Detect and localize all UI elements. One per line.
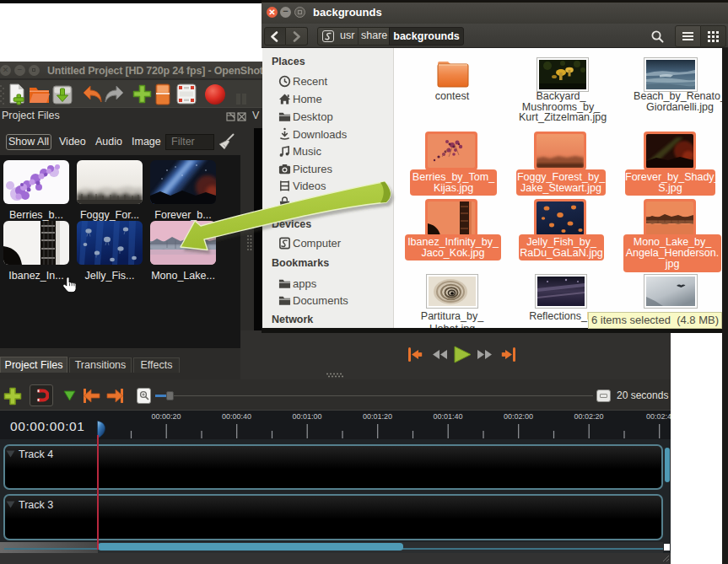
svg-text:00:01:20: 00:01:20 [363,412,392,421]
svg-text:00:01:40: 00:01:40 [433,412,462,421]
svg-text:00:01:00: 00:01:00 [292,412,321,421]
svg-text:00:02:00: 00:02:00 [504,412,533,421]
svg-text:00:02:4: 00:02:4 [646,412,671,421]
svg-text:00:00:40: 00:00:40 [222,412,251,421]
svg-text:00:00:20: 00:00:20 [151,412,181,421]
svg-text:00:02:20: 00:02:20 [574,412,603,421]
